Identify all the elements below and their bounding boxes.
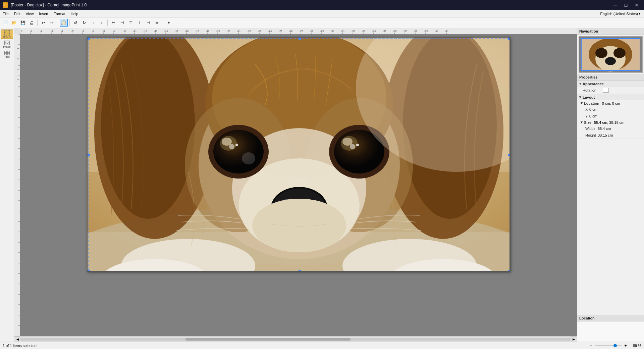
image-label: Image [3,45,10,48]
print-setup-button[interactable]: 🖨 [28,19,36,27]
svg-text:-25: -25 [279,30,282,32]
zoom-thumb[interactable] [613,344,617,347]
svg-rect-170 [299,38,301,40]
canvas-area: // This will be handled by external scri… [14,28,577,342]
open-button[interactable]: 📂 [10,19,18,27]
svg-text:-22: -22 [248,30,251,32]
toolbar-sep-3 [69,19,70,26]
canvas-scroll-area[interactable] [20,34,577,336]
location-subsection-header[interactable]: ▾ Location 0 cm, 0 cm [577,100,644,106]
collapse-size-icon: ▾ [581,120,583,124]
select-tool-button[interactable] [60,19,68,27]
scrollbar-thumb-h[interactable] [185,338,351,341]
save-button[interactable]: 💾 [19,19,27,27]
zoom-slider[interactable] [595,345,622,346]
align-left-button[interactable]: ⊢ [109,19,117,27]
new-button[interactable]: 📄 [1,19,9,27]
size-value-inline: 55.4 cm, 38.15 cm [594,120,625,124]
rotation-label: Rotation [583,88,603,92]
collapse-location-icon: ▾ [581,101,583,105]
select-label: Select [3,36,10,39]
ruler-svg-v: 1 2 3 4 [14,34,20,336]
app-icon: P [3,2,8,8]
align-right-button[interactable]: ⊣ [144,19,152,27]
svg-rect-173 [508,154,510,156]
zoom-out-status-button[interactable]: − [588,343,593,348]
svg-text:-1: -1 [30,30,32,32]
properties-panel: ▾ Appearance Rotation ▾ Layout ▾ Locatio… [577,81,644,315]
close-button[interactable]: ✕ [632,2,641,8]
zoom-out-button[interactable]: - [173,19,181,27]
menu-format[interactable]: Format [51,10,68,17]
navigation-panel [577,35,644,74]
svg-rect-1 [62,21,65,24]
undo-button[interactable]: ↩ [39,19,47,27]
navigation-thumbnail[interactable] [579,36,643,73]
svg-rect-8 [4,53,7,55]
scrollbar-track-h[interactable] [20,338,571,341]
menu-help[interactable]: Help [68,10,81,17]
image-canvas[interactable] [87,37,510,272]
size-subsection-header[interactable]: ▾ Size 55.4 cm, 38.15 cm [577,119,644,125]
align-top-button[interactable]: ⊤ [127,19,135,27]
scroll-right-btn[interactable]: ▶ [571,337,576,342]
svg-text:-21: -21 [237,30,240,32]
collapse-layout-icon: ▾ [579,95,581,99]
menu-view[interactable]: View [23,10,37,17]
svg-rect-174 [88,270,90,272]
tiles-tool-button[interactable]: Tiles [1,50,13,59]
menu-bar: File Edit View Insert Format Help Englis… [0,10,644,17]
canvas-content [20,34,577,336]
select-icon [61,20,66,25]
svg-text:-34: -34 [372,30,376,32]
svg-text:-19: -19 [216,30,220,32]
toolbar-sep-4 [107,19,108,26]
properties-header: Properties [577,74,644,81]
right-panel: Navigation [577,28,644,342]
svg-rect-3 [5,31,9,35]
rotate-cw-button[interactable]: ↻ [80,19,88,27]
svg-text:-17: -17 [196,30,199,32]
svg-text:-2: -2 [40,30,42,32]
align-bottom-button[interactable]: ⊥ [136,19,144,27]
svg-point-162 [252,199,346,252]
svg-rect-171 [508,38,510,40]
svg-rect-169 [88,38,90,40]
tiles-label: Tiles [4,55,10,58]
layout-label: Layout [583,95,595,99]
redo-button[interactable]: ↪ [48,19,56,27]
image-tool-button[interactable]: Image [1,40,13,49]
svg-text:-23: -23 [258,30,261,32]
menu-file[interactable]: File [0,10,11,17]
minimize-button[interactable]: ─ [610,2,620,8]
zoom-in-status-button[interactable]: + [623,343,628,348]
appearance-header[interactable]: ▾ Appearance [577,81,644,87]
svg-text:-14: -14 [164,30,168,32]
flip-h-button[interactable]: ↔ [89,19,97,27]
svg-text:-13: -13 [154,30,157,32]
rotation-value[interactable] [603,88,609,93]
svg-text:-15: -15 [175,30,178,32]
svg-text:-38: -38 [414,30,417,32]
window-title: [Poster - Dog.cipx] - Coragi ImagePrint … [11,3,87,7]
flip-v-button[interactable]: ↕ [98,19,106,27]
menu-insert[interactable]: Insert [36,10,51,17]
toolbar-sep-2 [58,19,58,26]
svg-point-155 [350,144,355,149]
maximize-button[interactable]: □ [621,2,631,8]
svg-text:-28: -28 [310,30,313,32]
align-center-button[interactable]: ⊣ [118,19,126,27]
rotate-ccw-button[interactable]: ↺ [71,19,79,27]
menu-edit[interactable]: Edit [11,10,23,17]
svg-text:-4: -4 [61,30,63,32]
scroll-left-btn[interactable]: ◀ [15,337,20,342]
svg-point-150 [235,144,238,146]
language-selector[interactable]: English (United States) ▾ [598,11,643,16]
zoom-controls: − + 89 % [588,343,641,348]
selection-info: 1 of 1 items selected [3,344,37,348]
zoom-in-button[interactable]: + [165,19,173,27]
language-dropdown-icon: ▾ [639,11,641,16]
layout-header[interactable]: ▾ Layout [577,94,644,100]
select-tool-side-button[interactable]: Select [1,30,13,39]
distribute-button[interactable]: ⇔ [153,19,161,27]
